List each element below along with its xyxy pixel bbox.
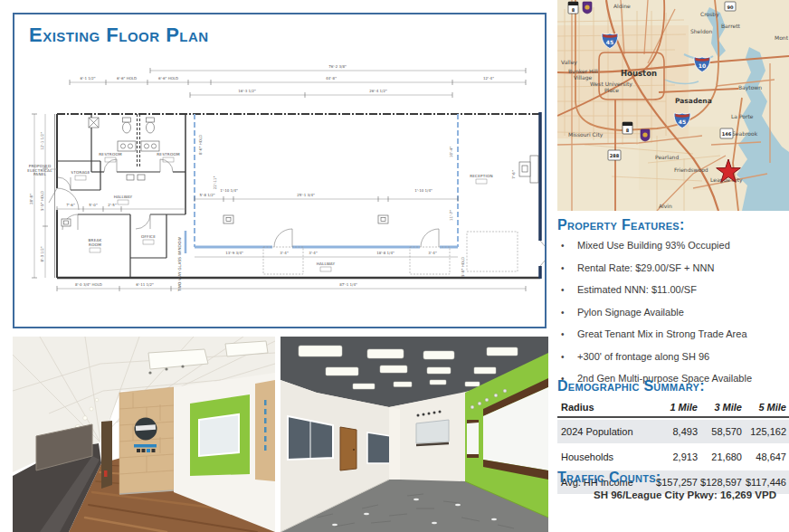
svg-text:6'-1 1/2": 6'-1 1/2"	[80, 76, 95, 81]
floor-plan-panel: Existing Floor Plan 76'-2 3/8" 6'-1 1/2"…	[13, 13, 547, 328]
floor-plan-title: Existing Floor Plan	[29, 24, 209, 47]
svg-text:Friendswood: Friendswood	[674, 166, 708, 173]
whiteboard-small	[467, 420, 479, 458]
svg-text:1'-10 1/4": 1'-10 1/4"	[414, 188, 433, 193]
restrooms: RESTROOM RESTROOM	[89, 114, 185, 214]
demographics-table-header: Radius 1 Mile 3 Mile 5 Mile	[557, 399, 789, 418]
property-features-section: Property Features: •Mixed Use Building 9…	[557, 217, 789, 396]
svg-text:146: 146	[722, 131, 732, 137]
svg-text:Place: Place	[604, 87, 619, 93]
svg-text:RECEPTION: RECEPTION	[470, 174, 493, 178]
floor-plan-drawing: 76'-2 3/8" 6'-1 1/2" 6'-6" HOLD 6'-6" HO…	[14, 54, 545, 327]
right-entry-door	[540, 241, 545, 266]
svg-text:12'-4": 12'-4"	[483, 76, 494, 81]
traffic-count-line: SH 96/League City Pkwy: 16,269 VPD	[594, 489, 789, 500]
flyer-page: Existing Floor Plan 76'-2 3/8" 6'-1 1/2"…	[0, 0, 789, 532]
svg-text:3'-4": 3'-4"	[280, 251, 289, 255]
table-row: 2024 Population 8,493 58,570 125,162	[557, 420, 789, 443]
demographic-summary-heading: Demographic Summary:	[557, 378, 789, 394]
us90-shield: 90	[725, 2, 736, 11]
svg-text:8'-0 3/4" HOLD: 8'-0 3/4" HOLD	[75, 282, 102, 287]
traffic-counts-heading: Traffic Counts:	[557, 470, 789, 486]
property-features-list: •Mixed Use Building 93% Occupied •Rental…	[557, 241, 789, 384]
svg-text:5'-5" HOLD: 5'-5" HOLD	[40, 191, 44, 211]
svg-text:HALLWAY: HALLWAY	[317, 261, 336, 266]
svg-text:8: 8	[626, 128, 630, 133]
bullet-icon: •	[557, 263, 577, 273]
svg-text:5'-8 1/2": 5'-8 1/2"	[199, 193, 214, 197]
svg-text:Pearland: Pearland	[655, 154, 679, 160]
svg-text:STORAGE: STORAGE	[71, 170, 90, 175]
fire-extinguisher	[104, 470, 108, 477]
svg-text:25'-1 3/4": 25'-1 3/4"	[297, 193, 315, 197]
svg-text:6'-6" HOLD: 6'-6" HOLD	[158, 76, 178, 81]
svg-text:1'-10 1/4": 1'-10 1/4"	[220, 188, 238, 193]
svg-text:10: 10	[699, 62, 706, 69]
svg-text:2'-5": 2'-5"	[108, 203, 117, 207]
table-row: Households 2,913 21,680 48,647	[557, 445, 789, 469]
svg-text:8'-3 1/2": 8'-3 1/2"	[40, 246, 44, 261]
svg-text:HALLWAY: HALLWAY	[114, 195, 133, 199]
feature-item: •Pylon Signage Available	[557, 308, 789, 318]
svg-text:ROOM: ROOM	[89, 242, 101, 247]
svg-text:26'-4 1/2": 26'-4 1/2"	[369, 89, 387, 93]
sh288-shield: 288	[608, 150, 621, 160]
svg-text:3'-4": 3'-4"	[309, 251, 318, 255]
svg-text:5'-8" HOLD: 5'-8" HOLD	[461, 257, 465, 277]
interior-window	[367, 432, 391, 463]
feature-item: •Rental Rate: $29.00/SF + NNN	[557, 263, 789, 273]
svg-text:La Porte: La Porte	[731, 113, 754, 119]
bullet-icon: •	[557, 241, 577, 251]
svg-text:Mont B: Mont B	[775, 34, 789, 41]
svg-text:28'-8": 28'-8"	[29, 194, 33, 204]
svg-text:45: 45	[606, 39, 613, 45]
svg-text:22'-11": 22'-11"	[213, 176, 217, 190]
svg-text:7'-6": 7'-6"	[511, 170, 516, 179]
feature-item: •Estimated NNN: $11.00/SF	[557, 285, 789, 295]
sh146-shield: 146	[720, 128, 733, 138]
open-room-dims: 5'-8 1/2" 1'-10 1/4" 25'-1 3/4" 1'-10 1/…	[195, 135, 465, 277]
traffic-counts-section: Traffic Counts: SH 96/League City Pkwy: …	[557, 470, 789, 500]
svg-text:OFFICE: OFFICE	[141, 234, 156, 239]
svg-text:44'-8": 44'-8"	[326, 76, 337, 81]
svg-text:288: 288	[610, 153, 620, 158]
svg-text:RESTROOM: RESTROOM	[99, 152, 122, 157]
map-svg: Houston Pasadena Aldine Crosby Barrett S…	[557, 0, 789, 211]
dimension-lines-left-bottom: 28'-8" 12'-1 1/2" 5'-5" HOLD 8'-3 1/2" 8…	[29, 114, 526, 291]
svg-text:Barrett: Barrett	[721, 23, 741, 29]
back-whiteboard	[416, 420, 449, 443]
bullet-icon: •	[557, 329, 577, 339]
svg-text:Pasadena: Pasadena	[675, 97, 712, 105]
svg-text:5'-0": 5'-0"	[89, 203, 98, 207]
svg-text:RESTROOM: RESTROOM	[157, 152, 180, 157]
svg-text:Seabrook: Seabrook	[732, 130, 758, 137]
svg-text:TWO-WAY GLASS WINDOW: TWO-WAY GLASS WINDOW	[177, 237, 182, 292]
column	[389, 407, 400, 480]
tenant-logo	[134, 418, 157, 453]
interior-photo-open-room	[280, 337, 548, 532]
feature-item: •+300' of frontage along SH 96	[557, 352, 789, 362]
location-map: Houston Pasadena Aldine Crosby Barrett S…	[557, 0, 789, 211]
svg-text:45: 45	[679, 119, 686, 125]
storage-room: STORAGE PROPOSED ELECTRICAL PANEL	[27, 161, 100, 190]
svg-text:Sheldon: Sheldon	[690, 28, 712, 34]
svg-text:Aldine: Aldine	[613, 3, 631, 9]
svg-text:6'-6" HOLD: 6'-6" HOLD	[117, 76, 137, 81]
bullet-icon: •	[557, 308, 577, 318]
svg-text:6'-11 1/2": 6'-11 1/2"	[136, 282, 154, 287]
bullet-icon: •	[557, 285, 577, 295]
svg-text:90: 90	[727, 5, 734, 10]
beltway-shield: 8	[568, 2, 578, 14]
interior-photo-lobby	[13, 337, 275, 532]
svg-text:8'-6" HOLD: 8'-6" HOLD	[198, 135, 203, 155]
svg-text:Houston: Houston	[621, 69, 657, 78]
reception-window	[199, 414, 239, 456]
svg-text:3'-4": 3'-4"	[428, 251, 437, 255]
svg-text:Crosby: Crosby	[700, 11, 719, 18]
svg-text:Valley: Valley	[561, 59, 577, 66]
svg-text:18'-8 1/4": 18'-8 1/4"	[376, 251, 394, 255]
feature-item: •Great Tenant Mix in Strong Trade Area	[557, 329, 789, 339]
svg-text:Baytown: Baytown	[738, 84, 762, 91]
property-features-heading: Property Features:	[557, 217, 789, 233]
reception-area: RECEPTION 7'-6"	[470, 156, 538, 184]
